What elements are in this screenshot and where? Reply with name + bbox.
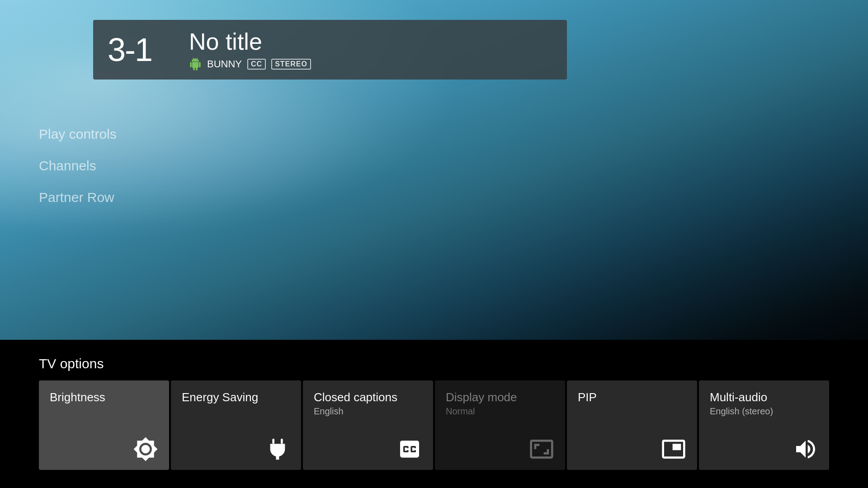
display-mode-sublabel: Normal bbox=[446, 406, 554, 417]
energy-saving-icon bbox=[182, 436, 290, 462]
multi-audio-sublabel: English (stereo) bbox=[710, 406, 818, 417]
channel-info: No title BUNNY CC STEREO bbox=[189, 29, 311, 70]
channel-meta: BUNNY CC STEREO bbox=[189, 58, 311, 70]
sidebar-item-partner-row[interactable]: Partner Row bbox=[39, 190, 117, 205]
channel-title: No title bbox=[189, 29, 311, 55]
channel-bar: 3-1 No title BUNNY CC STEREO bbox=[93, 20, 567, 80]
sidebar-item-play-controls[interactable]: Play controls bbox=[39, 127, 117, 142]
cc-badge: CC bbox=[247, 59, 266, 70]
display-mode-icon bbox=[446, 436, 554, 462]
svg-rect-0 bbox=[272, 439, 274, 444]
closed-captions-sublabel: English bbox=[314, 406, 422, 417]
option-card-energy-saving[interactable]: Energy Saving bbox=[171, 380, 301, 470]
pip-label: PIP bbox=[578, 390, 686, 404]
multi-audio-icon bbox=[710, 436, 818, 462]
multi-audio-label: Multi-audio bbox=[710, 390, 818, 404]
stereo-badge: STEREO bbox=[271, 59, 311, 70]
option-card-closed-captions[interactable]: Closed captions English bbox=[303, 380, 433, 470]
option-card-multi-audio[interactable]: Multi-audio English (stereo) bbox=[699, 380, 829, 470]
energy-saving-label: Energy Saving bbox=[182, 390, 290, 404]
option-card-pip[interactable]: PIP bbox=[567, 380, 697, 470]
android-icon bbox=[189, 58, 202, 70]
tv-options-title: TV options bbox=[39, 356, 829, 371]
brightness-label: Brightness bbox=[50, 390, 158, 404]
channel-source-name: BUNNY bbox=[207, 58, 242, 70]
brightness-icon bbox=[50, 436, 158, 462]
option-card-brightness[interactable]: Brightness bbox=[39, 380, 169, 470]
sidebar-item-channels[interactable]: Channels bbox=[39, 158, 117, 174]
closed-captions-icon bbox=[314, 436, 422, 462]
display-mode-label: Display mode bbox=[446, 390, 554, 404]
svg-rect-1 bbox=[281, 439, 283, 444]
tv-options-section: TV options Brightness Energy Saving bbox=[0, 340, 868, 488]
channel-number: 3-1 bbox=[108, 31, 180, 68]
pip-icon bbox=[578, 436, 686, 462]
closed-captions-label: Closed captions bbox=[314, 390, 422, 404]
option-card-display-mode[interactable]: Display mode Normal bbox=[435, 380, 565, 470]
options-grid: Brightness Energy Saving bbox=[39, 380, 829, 470]
sidebar: Play controls Channels Partner Row bbox=[39, 127, 117, 205]
